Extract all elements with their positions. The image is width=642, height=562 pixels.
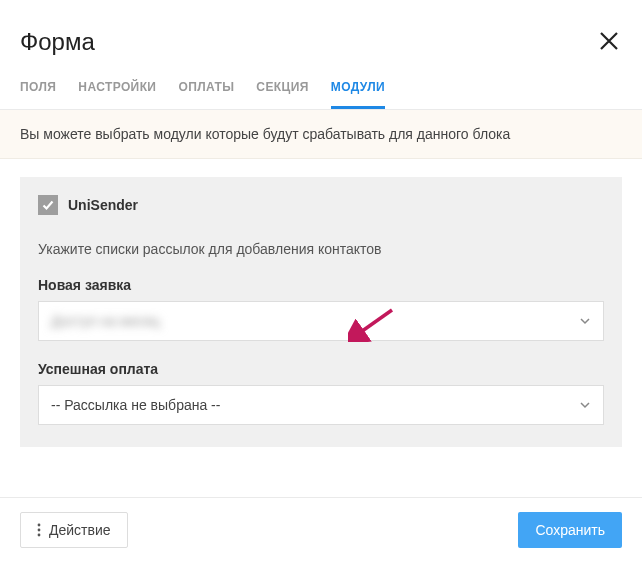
chevron-down-icon [579, 315, 591, 327]
select-success-payment[interactable]: -- Рассылка не выбрана -- [38, 385, 604, 425]
select-value: Доступ на месяц [51, 313, 160, 329]
tab-bar: ПОЛЯ НАСТРОЙКИ ОПЛАТЫ СЕКЦИЯ МОДУЛИ [0, 66, 642, 110]
content-area: UniSender Укажите списки рассылок для до… [0, 159, 642, 497]
module-name: UniSender [68, 197, 138, 213]
select-value: -- Рассылка не выбрана -- [51, 397, 220, 413]
module-header: UniSender [38, 195, 604, 215]
tab-section[interactable]: СЕКЦИЯ [256, 66, 308, 109]
action-button[interactable]: Действие [20, 512, 128, 548]
svg-point-2 [38, 534, 41, 537]
select-new-request[interactable]: Доступ на месяц [38, 301, 604, 341]
action-button-label: Действие [49, 522, 111, 538]
tab-fields[interactable]: ПОЛЯ [20, 66, 56, 109]
info-banner: Вы можете выбрать модули которые будут с… [0, 110, 642, 159]
modal-title: Форма [20, 28, 95, 56]
svg-point-1 [38, 529, 41, 532]
module-panel: UniSender Укажите списки рассылок для до… [20, 177, 622, 447]
tab-settings[interactable]: НАСТРОЙКИ [78, 66, 156, 109]
form-modal: Форма ПОЛЯ НАСТРОЙКИ ОПЛАТЫ СЕКЦИЯ МОДУЛ… [0, 0, 642, 562]
tab-modules[interactable]: МОДУЛИ [331, 66, 385, 109]
tab-payments[interactable]: ОПЛАТЫ [178, 66, 234, 109]
save-button-label: Сохранить [535, 522, 605, 538]
svg-point-0 [38, 524, 41, 527]
modal-footer: Действие Сохранить [0, 497, 642, 562]
checkmark-icon [41, 198, 55, 212]
field-label-new-request: Новая заявка [38, 277, 604, 293]
close-icon [598, 30, 620, 52]
more-vertical-icon [37, 523, 41, 537]
save-button[interactable]: Сохранить [518, 512, 622, 548]
module-hint: Укажите списки рассылок для добавления к… [38, 241, 604, 257]
close-button[interactable] [596, 28, 622, 54]
chevron-down-icon [579, 399, 591, 411]
module-checkbox[interactable] [38, 195, 58, 215]
field-label-success-payment: Успешная оплата [38, 361, 604, 377]
modal-header: Форма [0, 0, 642, 66]
